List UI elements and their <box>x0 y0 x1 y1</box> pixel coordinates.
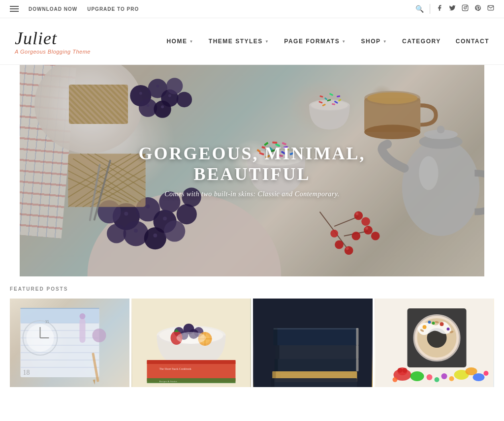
svg-rect-146 <box>275 359 278 371</box>
nav-category[interactable]: CATEGORY <box>402 38 441 45</box>
svg-text:The Short Stack Cookbook: The Short Stack Cookbook <box>159 367 191 370</box>
divider <box>430 4 430 14</box>
top-bar-left: DOWNLOAD NOW UPGRADE TO PRO <box>10 6 139 12</box>
hero-background: GORGEOUS, MINIMAL, BEAUTIFUL Comes with … <box>20 65 484 276</box>
pinterest-icon[interactable] <box>474 4 481 13</box>
post-card-3[interactable] <box>253 299 373 387</box>
svg-marker-118 <box>93 380 96 385</box>
svg-point-177 <box>473 373 485 381</box>
nav-theme-styles[interactable]: THEME STYLES ▼ <box>209 38 269 45</box>
hero: GORGEOUS, MINIMAL, BEAUTIFUL Comes with … <box>20 65 484 276</box>
post-2-svg: The Short Stack Cookbook Recipes & Stori… <box>131 299 251 387</box>
svg-rect-145 <box>275 359 357 371</box>
svg-rect-108 <box>21 308 99 323</box>
site-logo[interactable]: Juliet A Gorgeous Blogging Theme <box>15 28 91 55</box>
post-4-svg <box>375 299 494 387</box>
instagram-icon[interactable] <box>462 4 469 13</box>
upgrade-link[interactable]: UPGRADE TO PRO <box>87 6 139 12</box>
svg-point-166 <box>428 321 431 324</box>
download-link[interactable]: DOWNLOAD NOW <box>29 6 77 12</box>
svg-rect-151 <box>356 328 359 345</box>
svg-point-182 <box>393 377 398 382</box>
post-card-4[interactable] <box>375 299 494 387</box>
svg-rect-156 <box>274 328 358 330</box>
dropdown-arrow: ▼ <box>265 39 269 44</box>
svg-point-181 <box>449 376 454 381</box>
svg-point-179 <box>435 377 440 382</box>
hero-subtitle: Comes with two built-in skins: Classic a… <box>136 190 368 198</box>
svg-rect-144 <box>276 345 280 359</box>
dropdown-arrow: ▼ <box>383 39 387 44</box>
svg-point-116 <box>93 329 106 342</box>
svg-point-2 <box>467 6 467 6</box>
svg-rect-152 <box>356 345 359 359</box>
svg-rect-143 <box>276 345 357 359</box>
nav-page-formats[interactable]: PAGE FORMATS ▼ <box>284 38 346 45</box>
svg-point-172 <box>398 368 403 373</box>
svg-rect-136 <box>147 360 236 364</box>
svg-point-174 <box>410 371 424 381</box>
hero-title: GORGEOUS, MINIMAL, BEAUTIFUL <box>136 143 368 184</box>
svg-rect-114 <box>80 318 86 343</box>
hamburger-menu[interactable] <box>10 6 19 12</box>
post-card-1[interactable]: 18 35 <box>10 299 129 387</box>
svg-point-180 <box>441 373 447 379</box>
posts-grid: 18 35 <box>10 299 494 387</box>
nav-shop[interactable]: SHOP ▼ <box>361 38 387 45</box>
featured-section: FEATURED POSTS <box>0 276 504 387</box>
post-card-2[interactable]: The Short Stack Cookbook Recipes & Stori… <box>131 299 251 387</box>
svg-rect-142 <box>274 328 278 345</box>
svg-rect-141 <box>274 328 357 345</box>
svg-point-178 <box>427 374 433 380</box>
dropdown-arrow: ▼ <box>342 39 346 44</box>
section-title: FEATURED POSTS <box>10 286 494 292</box>
svg-point-134 <box>177 332 206 344</box>
svg-point-183 <box>484 371 489 376</box>
top-bar-right: 🔍 <box>415 4 494 14</box>
dropdown-arrow: ▼ <box>189 39 193 44</box>
post-3-svg <box>253 299 373 387</box>
post-1-svg: 18 35 <box>10 299 129 387</box>
svg-rect-0 <box>462 5 468 11</box>
nav-contact[interactable]: CONTACT <box>456 38 489 45</box>
logo-name: Juliet <box>15 28 91 49</box>
nav-home[interactable]: HOME ▼ <box>166 38 193 45</box>
svg-point-1 <box>464 7 467 9</box>
svg-point-115 <box>80 313 86 319</box>
svg-text:Recipes & Stories: Recipes & Stories <box>159 380 177 383</box>
logo-tagline: A Gorgeous Blogging Theme <box>15 49 91 55</box>
social-icons <box>436 4 494 13</box>
svg-text:18: 18 <box>23 369 30 376</box>
search-icon[interactable]: 🔍 <box>415 5 424 13</box>
svg-rect-153 <box>356 359 359 371</box>
top-bar: DOWNLOAD NOW UPGRADE TO PRO 🔍 <box>0 0 504 18</box>
svg-point-173 <box>403 368 408 373</box>
svg-point-163 <box>432 322 435 325</box>
hero-container: GORGEOUS, MINIMAL, BEAUTIFUL Comes with … <box>0 65 504 276</box>
site-header: Juliet A Gorgeous Blogging Theme HOME ▼ … <box>0 18 504 65</box>
svg-point-165 <box>447 328 450 331</box>
svg-rect-150 <box>271 378 275 387</box>
svg-rect-149 <box>271 378 357 387</box>
email-icon[interactable] <box>487 4 494 13</box>
svg-point-162 <box>423 325 427 329</box>
main-nav: HOME ▼ THEME STYLES ▼ PAGE FORMATS ▼ SHO… <box>166 38 489 45</box>
twitter-icon[interactable] <box>449 4 456 13</box>
svg-text:35: 35 <box>45 320 49 324</box>
facebook-icon[interactable] <box>436 4 443 13</box>
svg-point-164 <box>440 322 444 326</box>
hero-text: GORGEOUS, MINIMAL, BEAUTIFUL Comes with … <box>136 143 368 198</box>
